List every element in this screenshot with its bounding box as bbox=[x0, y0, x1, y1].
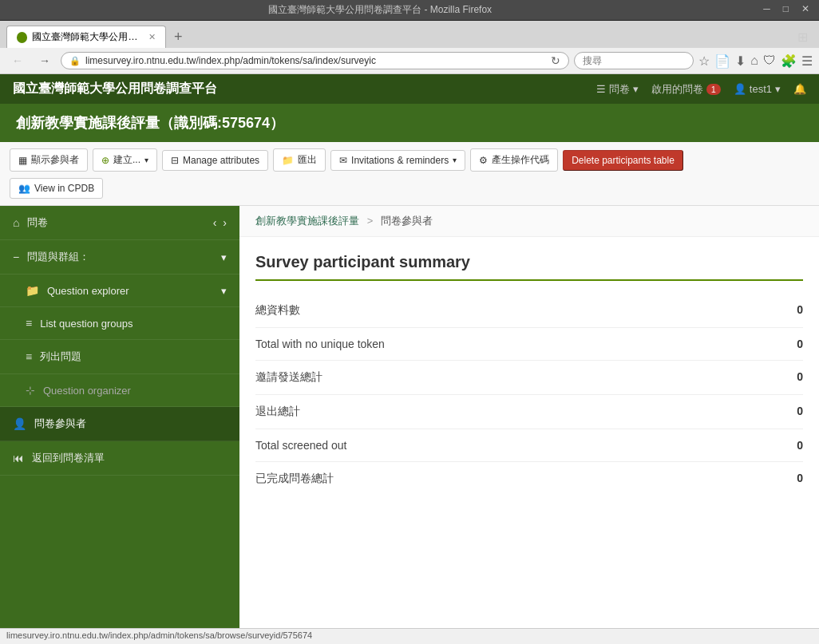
create-btn[interactable]: ⊕ 建立... ▾ bbox=[93, 148, 157, 172]
toolbar-row2: 👥 View in CPDB bbox=[10, 178, 809, 199]
sidebar-questionnaire-label: 問卷 bbox=[27, 215, 48, 230]
sidebar-question-explorer-label: Question explorer bbox=[47, 285, 129, 297]
sidebar-nav-arrows: ‹ › bbox=[213, 216, 227, 229]
app-header: 國立臺灣師範大學公用問卷調查平台 ☰ 問卷 ▾ 啟用的問卷 1 👤 test1 … bbox=[0, 74, 819, 104]
sidebar-item-back-to-list[interactable]: ⏮ 返回到問卷清單 bbox=[0, 441, 239, 476]
summary-value: 0 bbox=[771, 405, 803, 419]
plus-icon: ⊕ bbox=[101, 155, 109, 166]
sidebar-problems-label: 問題與群組： bbox=[27, 250, 89, 264]
summary-row: 總資料數 0 bbox=[255, 294, 803, 328]
sidebar-item-home[interactable]: ⌂ 問卷 ‹ › bbox=[0, 206, 239, 240]
active-surveys-btn[interactable]: 啟用的問卷 1 bbox=[651, 82, 721, 97]
browser-title-bar: 國立臺灣師範大學公用問卷調查平台 - Mozilla Firefox ✕ □ ─ bbox=[0, 0, 819, 21]
show-participants-btn[interactable]: ▦ 顯示參與者 bbox=[10, 148, 88, 172]
tab-bar: 國立臺灣師範大學公用問.... ✕ + ⊞ bbox=[0, 21, 819, 48]
breadcrumb-separator: > bbox=[367, 215, 374, 227]
window-maximize-btn[interactable]: □ bbox=[777, 3, 795, 14]
status-url: limesurvey.iro.ntnu.edu.tw/index.php/adm… bbox=[6, 630, 312, 640]
sidebar-next-icon[interactable]: › bbox=[223, 216, 227, 229]
sidebar-item-problems-groups[interactable]: − 問題與群組： ▾ bbox=[0, 240, 239, 275]
extension-icon[interactable]: 🧩 bbox=[781, 53, 797, 69]
folder-icon: 📁 bbox=[26, 284, 39, 297]
menu-icon[interactable]: ☰ bbox=[801, 53, 813, 69]
user-icon: 👤 bbox=[734, 83, 746, 95]
sidebar-list-questions-label: 列出問題 bbox=[40, 350, 81, 364]
breadcrumb: 創新教學實施課後評量 > 問卷參與者 bbox=[239, 206, 819, 237]
manage-attributes-label: Manage attributes bbox=[183, 155, 259, 166]
organizer-icon: ⊹ bbox=[26, 384, 35, 397]
invitations-label: Invitations & reminders bbox=[351, 155, 449, 166]
main-layout: ⌂ 問卷 ‹ › − 問題與群組： ▾ 📁 Question explorer … bbox=[0, 206, 819, 644]
generate-code-btn[interactable]: ⚙ 產生操作代碼 bbox=[470, 148, 558, 172]
export-btn[interactable]: 📁 匯出 bbox=[273, 148, 326, 172]
window-title: 國立臺灣師範大學公用問卷調查平台 - Mozilla Firefox bbox=[268, 4, 492, 15]
attributes-icon: ⊟ bbox=[171, 155, 179, 166]
reader-view-icon[interactable]: 📄 bbox=[714, 53, 730, 69]
delete-table-btn[interactable]: Delete participants table bbox=[563, 150, 683, 171]
sidebar-participants-label: 問卷參與者 bbox=[34, 417, 86, 431]
sidebar-item-question-explorer[interactable]: 📁 Question explorer ▾ bbox=[0, 275, 239, 307]
cpdb-icon: 👥 bbox=[18, 183, 30, 194]
content-title: Survey participant summary bbox=[255, 253, 803, 271]
user-menu-btn[interactable]: 👤 test1 ▾ bbox=[734, 83, 781, 95]
download-icon[interactable]: ⬇ bbox=[735, 53, 746, 69]
survey-title-bar: 創新教學實施課後評量（識別碼:575674） bbox=[0, 104, 819, 142]
content-divider bbox=[255, 279, 803, 281]
browser-search-input[interactable] bbox=[574, 52, 694, 69]
back-icon: ⏮ bbox=[13, 452, 24, 464]
view-cpdb-btn[interactable]: 👥 View in CPDB bbox=[10, 178, 103, 199]
reload-button[interactable]: ↻ bbox=[551, 54, 560, 67]
summary-container: 總資料數 0 Total with no unique token 0 邀請發送… bbox=[255, 294, 803, 496]
summary-label: 退出總計 bbox=[255, 405, 300, 419]
sidebar-item-participants[interactable]: 👤 問卷參與者 bbox=[0, 407, 239, 441]
list-questions-icon: ≡ bbox=[26, 350, 32, 363]
notifications-btn[interactable]: 🔔 bbox=[793, 83, 806, 95]
tab-close-btn[interactable]: ✕ bbox=[148, 32, 156, 42]
survey-title: 創新教學實施課後評量（識別碼:575674） bbox=[16, 115, 284, 131]
window-close-btn[interactable]: ✕ bbox=[795, 3, 816, 14]
summary-value: 0 bbox=[771, 439, 803, 452]
bookmark-star-icon[interactable]: ☆ bbox=[698, 53, 710, 69]
generate-code-label: 產生操作代碼 bbox=[492, 153, 549, 167]
url-bar: 🔒 limesurvey.iro.ntnu.edu.tw/index.php/a… bbox=[61, 52, 569, 69]
home-icon[interactable]: ⌂ bbox=[750, 53, 758, 68]
header-right: ☰ 問卷 ▾ 啟用的問卷 1 👤 test1 ▾ 🔔 bbox=[596, 82, 806, 97]
sidebar-item-list-questions[interactable]: ≡ 列出問題 bbox=[0, 340, 239, 374]
sidebar-item-list-question-groups[interactable]: ≡ List question groups bbox=[0, 307, 239, 340]
new-tab-button[interactable]: + bbox=[169, 29, 188, 45]
invitations-btn[interactable]: ✉ Invitations & reminders ▾ bbox=[330, 150, 465, 171]
survey-count-badge: 1 bbox=[706, 84, 721, 95]
tab-favicon bbox=[17, 32, 27, 43]
manage-attributes-btn[interactable]: ⊟ Manage attributes bbox=[162, 150, 268, 171]
export-icon: 📁 bbox=[282, 155, 294, 166]
browser-actions: ☆ 📄 ⬇ ⌂ 🛡 🧩 ☰ bbox=[698, 53, 813, 69]
status-bar: limesurvey.iro.ntnu.edu.tw/index.php/adm… bbox=[0, 628, 819, 644]
bell-icon: 🔔 bbox=[793, 83, 806, 95]
summary-label: 已完成問卷總計 bbox=[255, 472, 334, 486]
delete-table-label: Delete participants table bbox=[572, 155, 675, 166]
nav-bar: ← → 🔒 limesurvey.iro.ntnu.edu.tw/index.p… bbox=[0, 48, 819, 74]
summary-row: 已完成問卷總計 0 bbox=[255, 462, 803, 496]
toolbar: ▦ 顯示參與者 ⊕ 建立... ▾ ⊟ Manage attributes 📁 … bbox=[0, 142, 819, 206]
summary-value: 0 bbox=[771, 303, 803, 318]
active-tab[interactable]: 國立臺灣師範大學公用問.... ✕ bbox=[6, 26, 166, 48]
questionnaire-label: 問卷 bbox=[609, 82, 630, 97]
tab-grid-button[interactable]: ⊞ bbox=[793, 30, 813, 45]
create-dropdown-icon: ▾ bbox=[144, 156, 148, 164]
sidebar-prev-icon[interactable]: ‹ bbox=[213, 216, 217, 229]
breadcrumb-survey-link[interactable]: 創新教學實施課後評量 bbox=[255, 215, 359, 227]
forward-button[interactable]: → bbox=[34, 51, 56, 70]
summary-label: Total screened out bbox=[255, 439, 346, 452]
invitations-dropdown-icon: ▾ bbox=[453, 156, 457, 164]
url-text[interactable]: limesurvey.iro.ntnu.edu.tw/index.php/adm… bbox=[85, 55, 546, 66]
user-name: test1 bbox=[750, 83, 772, 95]
back-button[interactable]: ← bbox=[6, 51, 29, 70]
questionnaire-dropdown-icon: ▾ bbox=[633, 83, 639, 95]
mail-icon: ✉ bbox=[339, 155, 347, 166]
shield-icon[interactable]: 🛡 bbox=[763, 53, 776, 68]
window-minimize-btn[interactable]: ─ bbox=[757, 3, 777, 14]
summary-label: 邀請發送總計 bbox=[255, 370, 322, 385]
summary-row: 邀請發送總計 0 bbox=[255, 361, 803, 395]
questionnaire-menu-btn[interactable]: ☰ 問卷 ▾ bbox=[596, 82, 639, 97]
summary-value: 0 bbox=[771, 370, 803, 385]
